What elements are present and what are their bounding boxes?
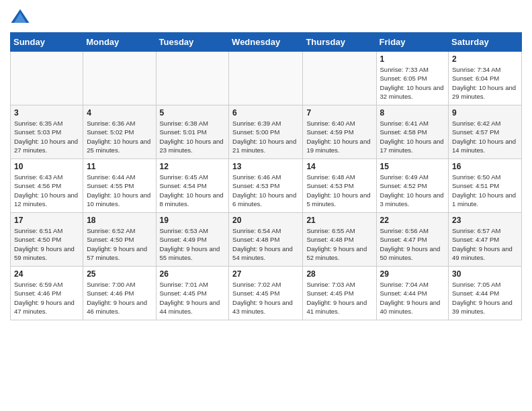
day-info: Sunrise: 6:51 AM Sunset: 4:50 PM Dayligh…: [14, 226, 79, 262]
calendar-cell: 13Sunrise: 6:46 AM Sunset: 4:53 PM Dayli…: [229, 159, 303, 213]
day-number: 20: [232, 216, 299, 225]
calendar-cell: 16Sunrise: 6:50 AM Sunset: 4:51 PM Dayli…: [449, 159, 522, 213]
day-number: 3: [14, 108, 79, 118]
day-number: 5: [160, 108, 226, 118]
day-info: Sunrise: 6:42 AM Sunset: 4:57 PM Dayligh…: [452, 119, 518, 154]
day-number: 14: [306, 162, 372, 171]
calendar-cell: 30Sunrise: 7:05 AM Sunset: 4:44 PM Dayli…: [449, 267, 522, 320]
day-info: Sunrise: 6:36 AM Sunset: 5:02 PM Dayligh…: [87, 119, 152, 154]
day-info: Sunrise: 6:43 AM Sunset: 4:56 PM Dayligh…: [14, 173, 79, 208]
calendar-cell: 24Sunrise: 6:59 AM Sunset: 4:46 PM Dayli…: [11, 267, 83, 320]
weekday-header-sunday: Sunday: [11, 33, 83, 52]
weekday-header-monday: Monday: [83, 33, 156, 52]
day-info: Sunrise: 7:03 AM Sunset: 4:45 PM Dayligh…: [306, 280, 372, 316]
day-number: 7: [306, 108, 372, 118]
day-number: 24: [14, 269, 79, 279]
calendar-cell: 5Sunrise: 6:38 AM Sunset: 5:01 PM Daylig…: [156, 105, 229, 159]
day-number: 16: [452, 162, 518, 171]
calendar-cell: 15Sunrise: 6:49 AM Sunset: 4:52 PM Dayli…: [376, 159, 449, 213]
day-number: 13: [232, 162, 299, 171]
calendar-cell: 29Sunrise: 7:04 AM Sunset: 4:44 PM Dayli…: [376, 267, 449, 320]
calendar-cell: 1Sunrise: 7:33 AM Sunset: 6:05 PM Daylig…: [376, 52, 449, 105]
logo-icon: [10, 7, 30, 27]
calendar-cell: 6Sunrise: 6:39 AM Sunset: 5:00 PM Daylig…: [229, 105, 303, 159]
day-info: Sunrise: 6:41 AM Sunset: 4:58 PM Dayligh…: [380, 119, 445, 154]
day-info: Sunrise: 6:53 AM Sunset: 4:49 PM Dayligh…: [160, 226, 226, 262]
day-number: 23: [452, 216, 518, 225]
day-info: Sunrise: 6:39 AM Sunset: 5:00 PM Dayligh…: [232, 119, 299, 154]
calendar-cell: 12Sunrise: 6:45 AM Sunset: 4:54 PM Dayli…: [156, 159, 229, 213]
calendar-cell: 22Sunrise: 6:56 AM Sunset: 4:47 PM Dayli…: [376, 213, 449, 267]
day-number: 29: [380, 269, 445, 279]
calendar-cell: 8Sunrise: 6:41 AM Sunset: 4:58 PM Daylig…: [376, 105, 449, 159]
calendar-cell: 9Sunrise: 6:42 AM Sunset: 4:57 PM Daylig…: [449, 105, 522, 159]
weekday-header-row: SundayMondayTuesdayWednesdayThursdayFrid…: [11, 33, 522, 52]
day-info: Sunrise: 6:54 AM Sunset: 4:48 PM Dayligh…: [232, 226, 299, 262]
week-row-4: 17Sunrise: 6:51 AM Sunset: 4:50 PM Dayli…: [11, 213, 522, 267]
day-info: Sunrise: 6:45 AM Sunset: 4:54 PM Dayligh…: [160, 173, 226, 208]
week-row-5: 24Sunrise: 6:59 AM Sunset: 4:46 PM Dayli…: [11, 267, 522, 320]
day-number: 2: [452, 54, 518, 64]
calendar-cell: 11Sunrise: 6:44 AM Sunset: 4:55 PM Dayli…: [83, 159, 156, 213]
day-info: Sunrise: 7:34 AM Sunset: 6:04 PM Dayligh…: [452, 65, 518, 101]
calendar-cell: 28Sunrise: 7:03 AM Sunset: 4:45 PM Dayli…: [303, 267, 376, 320]
day-number: 18: [87, 216, 152, 225]
calendar-cell: 10Sunrise: 6:43 AM Sunset: 4:56 PM Dayli…: [11, 159, 83, 213]
day-info: Sunrise: 6:35 AM Sunset: 5:03 PM Dayligh…: [14, 119, 79, 154]
calendar-cell: 7Sunrise: 6:40 AM Sunset: 4:59 PM Daylig…: [303, 105, 376, 159]
day-info: Sunrise: 7:02 AM Sunset: 4:45 PM Dayligh…: [232, 280, 299, 316]
logo: [10, 7, 33, 27]
day-info: Sunrise: 7:01 AM Sunset: 4:45 PM Dayligh…: [160, 280, 226, 316]
day-number: 15: [380, 162, 445, 171]
calendar-cell: 4Sunrise: 6:36 AM Sunset: 5:02 PM Daylig…: [83, 105, 156, 159]
page-header: [10, 7, 522, 27]
day-info: Sunrise: 6:55 AM Sunset: 4:48 PM Dayligh…: [306, 226, 372, 262]
calendar-cell: 19Sunrise: 6:53 AM Sunset: 4:49 PM Dayli…: [156, 213, 229, 267]
weekday-header-friday: Friday: [376, 33, 449, 52]
day-info: Sunrise: 6:38 AM Sunset: 5:01 PM Dayligh…: [160, 119, 226, 154]
week-row-3: 10Sunrise: 6:43 AM Sunset: 4:56 PM Dayli…: [11, 159, 522, 213]
day-number: 26: [160, 269, 226, 279]
day-info: Sunrise: 6:52 AM Sunset: 4:50 PM Dayligh…: [87, 226, 152, 262]
calendar-cell: [11, 52, 83, 105]
weekday-header-thursday: Thursday: [303, 33, 376, 52]
day-info: Sunrise: 6:48 AM Sunset: 4:53 PM Dayligh…: [306, 173, 372, 208]
week-row-1: 1Sunrise: 7:33 AM Sunset: 6:05 PM Daylig…: [11, 52, 522, 105]
calendar-cell: 27Sunrise: 7:02 AM Sunset: 4:45 PM Dayli…: [229, 267, 303, 320]
weekday-header-tuesday: Tuesday: [156, 33, 229, 52]
calendar-cell: 21Sunrise: 6:55 AM Sunset: 4:48 PM Dayli…: [303, 213, 376, 267]
day-number: 21: [306, 216, 372, 225]
calendar-cell: 17Sunrise: 6:51 AM Sunset: 4:50 PM Dayli…: [11, 213, 83, 267]
weekday-header-saturday: Saturday: [449, 33, 522, 52]
day-number: 11: [87, 162, 152, 171]
calendar-cell: [229, 52, 303, 105]
day-info: Sunrise: 6:49 AM Sunset: 4:52 PM Dayligh…: [380, 173, 445, 208]
calendar-cell: 14Sunrise: 6:48 AM Sunset: 4:53 PM Dayli…: [303, 159, 376, 213]
page-container: SundayMondayTuesdayWednesdayThursdayFrid…: [0, 0, 532, 330]
day-info: Sunrise: 6:56 AM Sunset: 4:47 PM Dayligh…: [380, 226, 445, 262]
day-info: Sunrise: 6:46 AM Sunset: 4:53 PM Dayligh…: [232, 173, 299, 208]
day-number: 4: [87, 108, 152, 118]
calendar-cell: 2Sunrise: 7:34 AM Sunset: 6:04 PM Daylig…: [449, 52, 522, 105]
calendar-cell: 23Sunrise: 6:57 AM Sunset: 4:47 PM Dayli…: [449, 213, 522, 267]
day-number: 12: [160, 162, 226, 171]
day-info: Sunrise: 7:04 AM Sunset: 4:44 PM Dayligh…: [380, 280, 445, 316]
day-number: 9: [452, 108, 518, 118]
day-info: Sunrise: 6:44 AM Sunset: 4:55 PM Dayligh…: [87, 173, 152, 208]
day-number: 25: [87, 269, 152, 279]
calendar-table: SundayMondayTuesdayWednesdayThursdayFrid…: [10, 32, 522, 320]
day-info: Sunrise: 7:00 AM Sunset: 4:46 PM Dayligh…: [87, 280, 152, 316]
day-number: 10: [14, 162, 79, 171]
day-number: 27: [232, 269, 299, 279]
day-number: 28: [306, 269, 372, 279]
day-number: 17: [14, 216, 79, 225]
day-info: Sunrise: 7:05 AM Sunset: 4:44 PM Dayligh…: [452, 280, 518, 316]
day-info: Sunrise: 6:59 AM Sunset: 4:46 PM Dayligh…: [14, 280, 79, 316]
day-number: 30: [452, 269, 518, 279]
week-row-2: 3Sunrise: 6:35 AM Sunset: 5:03 PM Daylig…: [11, 105, 522, 159]
calendar-cell: [303, 52, 376, 105]
weekday-header-wednesday: Wednesday: [229, 33, 303, 52]
day-info: Sunrise: 7:33 AM Sunset: 6:05 PM Dayligh…: [380, 65, 445, 101]
day-info: Sunrise: 6:50 AM Sunset: 4:51 PM Dayligh…: [452, 173, 518, 208]
day-number: 19: [160, 216, 226, 225]
